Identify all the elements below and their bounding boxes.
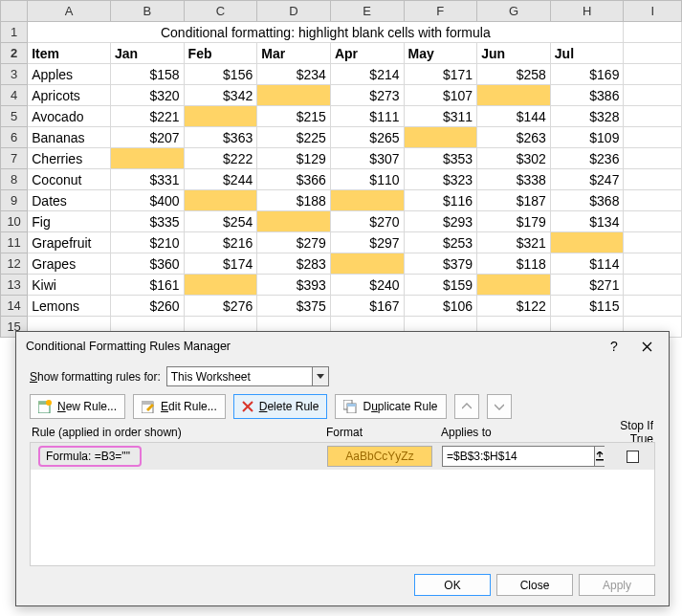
cell[interactable]: $144: [477, 106, 551, 127]
cell[interactable]: $244: [184, 169, 257, 190]
cell[interactable]: $214: [330, 64, 404, 85]
cell[interactable]: $225: [257, 127, 331, 148]
row-hdr-8[interactable]: 8: [1, 169, 28, 190]
row-hdr-7[interactable]: 7: [1, 148, 28, 169]
cell-item[interactable]: Avocado: [28, 106, 111, 127]
cell[interactable]: $273: [330, 85, 404, 106]
cell[interactable]: $207: [110, 127, 184, 148]
col-hdr-E[interactable]: E: [330, 1, 404, 22]
hdr-mar[interactable]: Mar: [257, 43, 331, 64]
cell[interactable]: $393: [257, 275, 331, 296]
rule-row[interactable]: Formula: =B3="" AaBbCcYyZz: [31, 443, 654, 470]
cell[interactable]: $158: [110, 64, 184, 85]
col-hdr-C[interactable]: C: [184, 1, 257, 22]
cell[interactable]: $375: [257, 296, 331, 317]
cell[interactable]: $187: [477, 190, 551, 211]
cell[interactable]: [624, 43, 682, 64]
cell-item[interactable]: Grapefruit: [28, 232, 111, 253]
row-hdr-13[interactable]: 13: [1, 275, 28, 296]
cell[interactable]: $386: [550, 85, 624, 106]
rules-list[interactable]: Formula: =B3="" AaBbCcYyZz: [30, 442, 655, 566]
cell[interactable]: [404, 127, 477, 148]
cell[interactable]: $263: [477, 127, 551, 148]
dialog-titlebar[interactable]: Conditional Formatting Rules Manager ?: [16, 332, 669, 361]
cell[interactable]: $338: [477, 169, 551, 190]
cell[interactable]: $114: [550, 253, 624, 275]
cell[interactable]: $236: [550, 148, 624, 169]
cell-item[interactable]: Lemons: [28, 296, 111, 317]
cell[interactable]: $215: [257, 106, 331, 127]
cell[interactable]: [477, 85, 551, 106]
cell-item[interactable]: Bananas: [28, 127, 111, 148]
new-rule-button[interactable]: New Rule...: [30, 394, 125, 419]
close-button[interactable]: [630, 335, 663, 358]
cell[interactable]: $283: [257, 253, 331, 275]
cell[interactable]: [624, 85, 682, 106]
hdr-item[interactable]: Item: [28, 43, 111, 64]
cell[interactable]: $106: [404, 296, 477, 317]
sheet-title[interactable]: Conditional formatting: highlight blank …: [28, 22, 624, 43]
cell[interactable]: $307: [330, 148, 404, 169]
ok-button[interactable]: OK: [414, 574, 491, 596]
help-button[interactable]: ?: [598, 335, 630, 358]
cell-item[interactable]: Apricots: [28, 85, 111, 106]
cell[interactable]: $111: [330, 106, 404, 127]
hdr-jun[interactable]: Jun: [477, 43, 551, 64]
cell-item[interactable]: Coconut: [28, 169, 111, 190]
row-hdr-3[interactable]: 3: [1, 64, 28, 85]
cell[interactable]: [110, 148, 184, 169]
cell[interactable]: $156: [184, 64, 257, 85]
row-hdr-14[interactable]: 14: [1, 296, 28, 317]
col-hdr-A[interactable]: A: [28, 1, 111, 22]
hdr-feb[interactable]: Feb: [184, 43, 257, 64]
cell[interactable]: $110: [330, 169, 404, 190]
cell[interactable]: $360: [110, 253, 184, 275]
cell[interactable]: [550, 232, 624, 253]
stop-if-true-checkbox[interactable]: [627, 451, 639, 463]
cell[interactable]: [257, 85, 331, 106]
cell[interactable]: [624, 106, 682, 127]
cell[interactable]: [330, 253, 404, 275]
cell[interactable]: $115: [550, 296, 624, 317]
cell[interactable]: $216: [184, 232, 257, 253]
cell[interactable]: $366: [257, 169, 331, 190]
cell-item[interactable]: Apples: [28, 64, 111, 85]
cell[interactable]: $234: [257, 64, 331, 85]
cell[interactable]: $335: [110, 211, 184, 232]
col-hdr-G[interactable]: G: [477, 1, 551, 22]
row-hdr-12[interactable]: 12: [1, 253, 28, 275]
cell[interactable]: $342: [184, 85, 257, 106]
row-hdr-2[interactable]: 2: [1, 43, 28, 64]
cell[interactable]: $323: [404, 169, 477, 190]
col-hdr-H[interactable]: H: [550, 1, 624, 22]
cell[interactable]: [184, 275, 257, 296]
row-hdr-4[interactable]: 4: [1, 85, 28, 106]
spreadsheet-grid[interactable]: A B C D E F G H I 1 Conditional formatti…: [0, 0, 682, 338]
cell[interactable]: $109: [550, 127, 624, 148]
cell[interactable]: $320: [110, 85, 184, 106]
cell-item[interactable]: Kiwi: [28, 275, 111, 296]
hdr-apr[interactable]: Apr: [330, 43, 404, 64]
cell[interactable]: $400: [110, 190, 184, 211]
cell[interactable]: $321: [477, 232, 551, 253]
row-hdr-11[interactable]: 11: [1, 232, 28, 253]
cell[interactable]: $221: [110, 106, 184, 127]
cell[interactable]: [184, 190, 257, 211]
move-up-button[interactable]: [454, 394, 479, 419]
cell[interactable]: $240: [330, 275, 404, 296]
move-down-button[interactable]: [487, 394, 512, 419]
cell[interactable]: $328: [550, 106, 624, 127]
cell[interactable]: $169: [550, 64, 624, 85]
cell[interactable]: [624, 148, 682, 169]
cell[interactable]: $247: [550, 169, 624, 190]
duplicate-rule-button[interactable]: Duplicate Rule: [335, 394, 446, 419]
cell-item[interactable]: Fig: [28, 211, 111, 232]
cell[interactable]: $129: [257, 148, 331, 169]
row-hdr-9[interactable]: 9: [1, 190, 28, 211]
cell[interactable]: $171: [404, 64, 477, 85]
cell[interactable]: $302: [477, 148, 551, 169]
cell[interactable]: $116: [404, 190, 477, 211]
cell[interactable]: $253: [404, 232, 477, 253]
cell[interactable]: $222: [184, 148, 257, 169]
edit-rule-button[interactable]: Edit Rule...: [133, 394, 226, 419]
